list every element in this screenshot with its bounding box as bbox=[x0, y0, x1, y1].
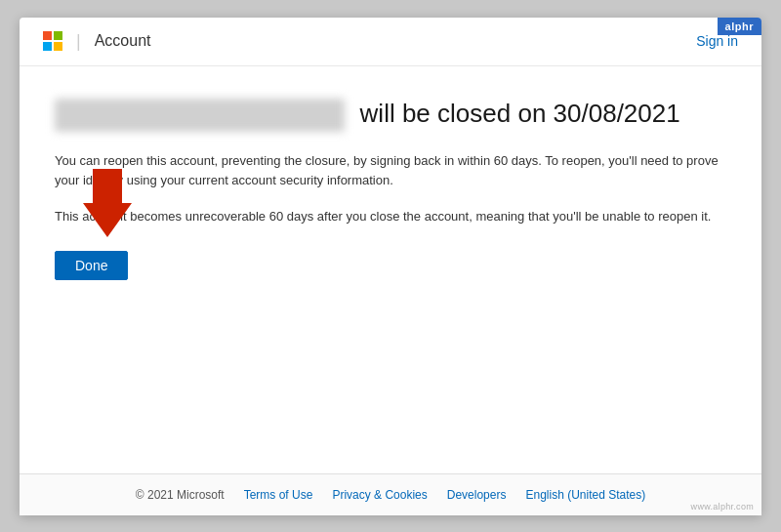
svg-marker-1 bbox=[83, 169, 132, 237]
logo-blue bbox=[43, 42, 52, 51]
info-text-1: You can reopen this account, preventing … bbox=[55, 151, 719, 192]
arrow-icon bbox=[78, 169, 137, 237]
footer-copyright: © 2021 Microsoft bbox=[136, 488, 225, 502]
sign-in-link[interactable]: Sign in bbox=[696, 33, 738, 49]
header: | Account Sign in bbox=[20, 18, 761, 66]
logo-red bbox=[43, 31, 52, 40]
logo-green bbox=[54, 31, 62, 40]
footer-link-language[interactable]: English (United States) bbox=[525, 488, 645, 502]
account-closed-title: someone@outlook.ph will be closed on 30/… bbox=[55, 98, 726, 132]
footer-link-privacy[interactable]: Privacy & Cookies bbox=[332, 488, 427, 502]
main-content: someone@outlook.ph will be closed on 30/… bbox=[20, 66, 761, 473]
watermark: www.alphr.com bbox=[691, 502, 754, 512]
header-left: | Account bbox=[43, 31, 151, 52]
footer: © 2021 Microsoft Terms of Use Privacy & … bbox=[20, 473, 761, 515]
info-text-2: This account becomes unrecoverable 60 da… bbox=[55, 207, 719, 227]
microsoft-logo bbox=[43, 31, 62, 51]
title-suffix: will be closed on 30/08/2021 bbox=[360, 99, 680, 128]
alphr-badge: alphr bbox=[718, 18, 761, 35]
logo-yellow bbox=[54, 42, 62, 51]
email-blurred: someone@outlook.ph bbox=[55, 99, 345, 132]
header-title: Account bbox=[95, 32, 151, 50]
footer-link-terms[interactable]: Terms of Use bbox=[244, 488, 313, 502]
done-button[interactable]: Done bbox=[55, 251, 128, 280]
main-window: alphr | Account Sign in someone@outlook.… bbox=[20, 18, 761, 515]
footer-link-developers[interactable]: Developers bbox=[447, 488, 507, 502]
header-divider: | bbox=[76, 31, 81, 52]
